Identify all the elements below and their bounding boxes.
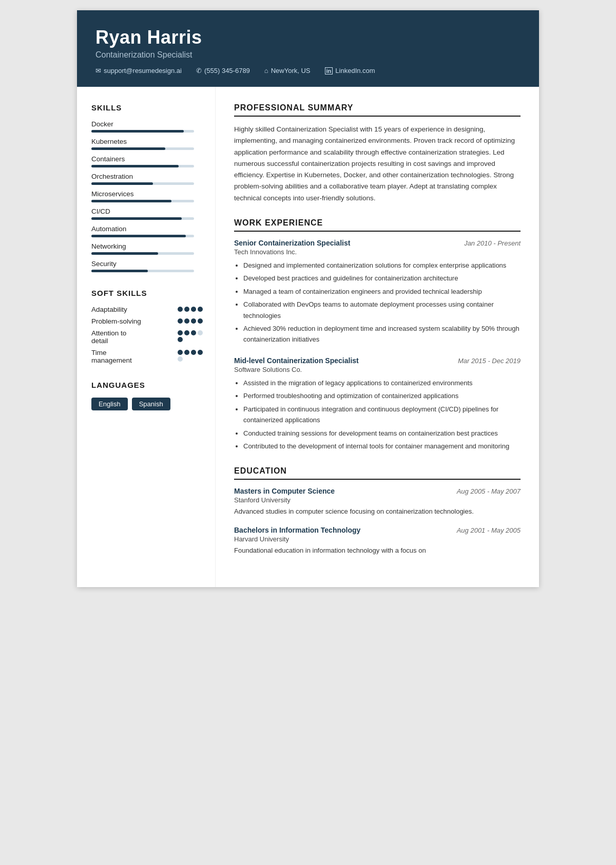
skill-security: Security [91, 260, 203, 272]
job-bullets-1: Designed and implemented containerizatio… [234, 260, 521, 345]
languages-section: LANGUAGES English Spanish [91, 381, 203, 410]
email-icon: ✉ [95, 67, 101, 74]
job-dates-1: Jan 2010 - Present [464, 239, 521, 247]
languages-title: LANGUAGES [91, 381, 203, 389]
dot [198, 318, 203, 324]
experience-heading: WORK EXPERIENCE [234, 218, 521, 232]
bullet: Managed a team of containerization engin… [243, 286, 521, 297]
main-content: PROFESSIONAL SUMMARY Highly skilled Cont… [216, 87, 539, 587]
edu-degree-2: Bachelors in Information Technology [234, 526, 360, 534]
dot [178, 350, 183, 355]
soft-skill-adaptability: Adaptability [91, 306, 203, 313]
phone-icon: ✆ [196, 67, 202, 74]
dot [178, 337, 183, 342]
soft-skill-attention: Attention todetail [91, 329, 203, 345]
soft-skills-title: SOFT SKILLS [91, 289, 203, 297]
contact-bar: ✉ support@resumedesign.ai ✆ (555) 345-67… [95, 67, 521, 74]
job-midlevel: Mid-level Containerization Specialist Ma… [234, 356, 521, 452]
edu-school-2: Harvard University [234, 535, 521, 543]
skill-kubernetes: Kubernetes [91, 138, 203, 150]
dot [184, 307, 189, 312]
skill-docker: Docker [91, 120, 203, 133]
job-title-1: Senior Containerization Specialist [234, 239, 350, 247]
body-layout: SKILLS Docker Kubernetes Containers Orch… [77, 87, 539, 587]
skill-cicd: CI/CD [91, 208, 203, 220]
job-title-2: Mid-level Containerization Specialist [234, 356, 359, 365]
edu-bachelors: Bachelors in Information Technology Aug … [234, 526, 521, 556]
candidate-name: Ryan Harris [95, 27, 521, 48]
dot [178, 307, 183, 312]
education-heading: EDUCATION [234, 466, 521, 480]
job-dates-2: Mar 2015 - Dec 2019 [458, 357, 521, 365]
skill-containers: Containers [91, 155, 203, 167]
resume-page: Ryan Harris Containerization Specialist … [77, 10, 539, 587]
sidebar: SKILLS Docker Kubernetes Containers Orch… [77, 87, 216, 587]
summary-text: Highly skilled Containerization Speciali… [234, 124, 521, 204]
location-text: NewYork, US [271, 67, 311, 74]
dot [178, 356, 183, 362]
dot [191, 350, 196, 355]
experience-section: WORK EXPERIENCE Senior Containerization … [234, 218, 521, 452]
job-company-2: Software Solutions Co. [234, 366, 521, 373]
linkedin-icon: in [325, 67, 333, 74]
skill-orchestration: Orchestration [91, 173, 203, 185]
bullet: Developed best practices and guidelines … [243, 273, 521, 284]
dot [198, 350, 203, 355]
job-senior: Senior Containerization Specialist Jan 2… [234, 239, 521, 345]
dot [198, 330, 203, 335]
summary-heading: PROFESSIONAL SUMMARY [234, 103, 521, 117]
location-icon: ⌂ [264, 67, 268, 74]
linkedin-text: LinkedIn.com [335, 67, 375, 74]
dot [178, 318, 183, 324]
phone-contact: ✆ (555) 345-6789 [196, 67, 250, 74]
edu-dates-1: Aug 2005 - May 2007 [457, 487, 521, 495]
location-contact: ⌂ NewYork, US [264, 67, 311, 74]
soft-skills-section: SOFT SKILLS Adaptability Problem-solving [91, 289, 203, 364]
job-bullets-2: Assisted in the migration of legacy appl… [234, 378, 521, 452]
skill-automation: Automation [91, 225, 203, 237]
candidate-title: Containerization Specialist [95, 50, 521, 60]
bullet: Contributed to the development of intern… [243, 441, 521, 452]
edu-masters: Masters in Computer Science Aug 2005 - M… [234, 487, 521, 517]
skill-networking: Networking [91, 242, 203, 255]
job-company-1: Tech Innovations Inc. [234, 248, 521, 256]
dot [191, 307, 196, 312]
email-text: support@resumedesign.ai [104, 67, 182, 74]
skills-title: SKILLS [91, 103, 203, 112]
dot [184, 330, 189, 335]
dot [191, 318, 196, 324]
summary-section: PROFESSIONAL SUMMARY Highly skilled Cont… [234, 103, 521, 204]
bullet: Conducted training sessions for developm… [243, 428, 521, 439]
bullet: Assisted in the migration of legacy appl… [243, 378, 521, 388]
dot [191, 330, 196, 335]
lang-spanish: Spanish [132, 398, 170, 410]
dot [184, 318, 189, 324]
soft-skill-problem-solving: Problem-solving [91, 317, 203, 325]
edu-school-1: Stanford University [234, 496, 521, 504]
dot [178, 330, 183, 335]
phone-text: (555) 345-6789 [204, 67, 250, 74]
soft-skill-time-management: Timemanagement [91, 349, 203, 364]
linkedin-contact: in LinkedIn.com [325, 67, 375, 74]
education-section: EDUCATION Masters in Computer Science Au… [234, 466, 521, 557]
dot [184, 350, 189, 355]
skill-microservices: Microservices [91, 190, 203, 202]
bullet: Collaborated with DevOps teams to automa… [243, 299, 521, 321]
email-contact: ✉ support@resumedesign.ai [95, 67, 182, 74]
edu-dates-2: Aug 2001 - May 2005 [457, 526, 521, 534]
header: Ryan Harris Containerization Specialist … [77, 10, 539, 87]
dot [198, 307, 203, 312]
bullet: Designed and implemented containerizatio… [243, 260, 521, 271]
edu-desc-1: Advanced studies in computer science foc… [234, 506, 521, 517]
bullet: Performed troubleshooting and optimizati… [243, 390, 521, 401]
skills-section: SKILLS Docker Kubernetes Containers Orch… [91, 103, 203, 272]
edu-degree-1: Masters in Computer Science [234, 487, 335, 495]
edu-desc-2: Foundational education in information te… [234, 546, 521, 556]
bullet: Participated in continuous integration a… [243, 404, 521, 426]
language-tags: English Spanish [91, 398, 203, 410]
bullet: Achieved 30% reduction in deployment tim… [243, 323, 521, 345]
lang-english: English [91, 398, 128, 410]
